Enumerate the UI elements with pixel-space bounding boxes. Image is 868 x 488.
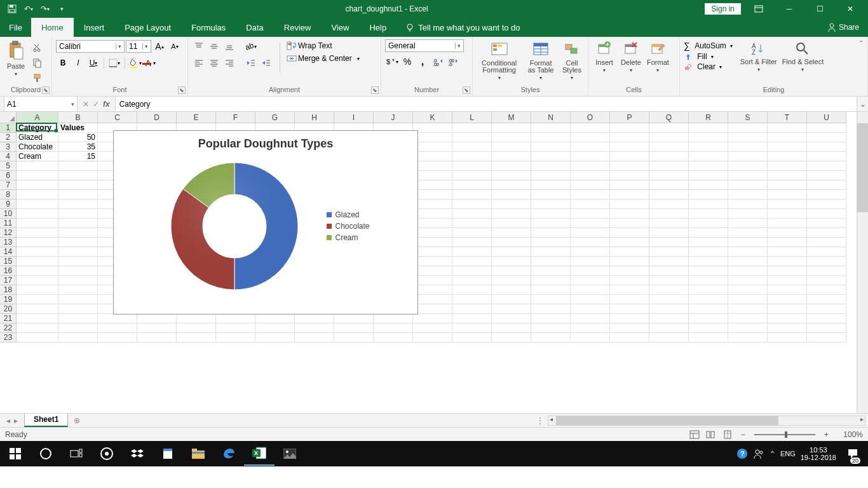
cell[interactable] xyxy=(492,228,531,238)
col-header[interactable]: L xyxy=(452,112,492,123)
cell[interactable] xyxy=(413,219,452,228)
cell[interactable] xyxy=(58,180,98,190)
cell[interactable] xyxy=(768,238,807,247)
cell[interactable] xyxy=(452,257,492,266)
cell[interactable] xyxy=(649,171,689,180)
app-file-explorer-icon[interactable] xyxy=(183,441,214,466)
cell[interactable] xyxy=(17,171,58,180)
cell[interactable] xyxy=(728,152,768,161)
cell[interactable] xyxy=(413,190,452,200)
cell[interactable] xyxy=(413,257,452,266)
cell[interactable] xyxy=(649,304,689,314)
cell[interactable] xyxy=(689,152,728,161)
cell[interactable] xyxy=(649,247,689,257)
fx-icon[interactable]: fx xyxy=(103,100,110,109)
cell[interactable] xyxy=(807,123,846,133)
cell-styles-button[interactable]: Cell Styles▾ xyxy=(560,39,584,82)
cell[interactable] xyxy=(728,323,768,333)
clear-button[interactable]: Clear▾ xyxy=(684,62,733,71)
decrease-decimal-icon[interactable]: .00.0 xyxy=(446,55,460,69)
cell[interactable] xyxy=(58,304,98,314)
cell[interactable] xyxy=(728,200,768,209)
cell[interactable] xyxy=(452,323,492,333)
cell[interactable] xyxy=(649,285,689,295)
cell[interactable] xyxy=(413,180,452,190)
row-header[interactable]: 5 xyxy=(0,161,17,171)
formula-input[interactable]: Category xyxy=(115,97,857,111)
cell[interactable] xyxy=(768,200,807,209)
cell[interactable] xyxy=(98,333,137,342)
align-bottom-icon[interactable] xyxy=(222,39,236,53)
cell[interactable] xyxy=(728,190,768,200)
cell[interactable] xyxy=(17,333,58,342)
cell[interactable] xyxy=(571,295,610,304)
underline-icon[interactable]: U▾ xyxy=(86,56,100,70)
zoom-out-icon[interactable]: − xyxy=(737,430,749,439)
cell[interactable] xyxy=(531,295,571,304)
row-header[interactable]: 6 xyxy=(0,171,17,180)
cell[interactable] xyxy=(649,133,689,142)
cell[interactable] xyxy=(610,276,649,285)
cell[interactable] xyxy=(649,323,689,333)
cell[interactable] xyxy=(610,247,649,257)
enter-formula-icon[interactable]: ✓ xyxy=(93,100,99,109)
app-notepad-icon[interactable] xyxy=(153,441,183,466)
cell[interactable] xyxy=(531,209,571,219)
language-indicator[interactable]: ENG xyxy=(780,450,796,458)
cell[interactable] xyxy=(610,333,649,342)
col-header[interactable]: U xyxy=(807,112,846,123)
find-select-button[interactable]: Find & Select▾ xyxy=(781,39,825,74)
cell[interactable] xyxy=(216,333,255,342)
cell[interactable] xyxy=(649,152,689,161)
cell[interactable] xyxy=(768,257,807,266)
cell[interactable] xyxy=(531,190,571,200)
col-header[interactable]: K xyxy=(413,112,452,123)
row-header[interactable]: 14 xyxy=(0,247,17,257)
cell[interactable] xyxy=(728,142,768,152)
col-header[interactable]: I xyxy=(334,112,374,123)
tab-view[interactable]: View xyxy=(321,18,359,37)
cell[interactable] xyxy=(807,314,846,323)
cell[interactable] xyxy=(571,333,610,342)
cell[interactable] xyxy=(728,295,768,304)
row-header[interactable]: 1 xyxy=(0,123,17,133)
cell[interactable] xyxy=(492,257,531,266)
cell[interactable] xyxy=(58,266,98,276)
cell[interactable] xyxy=(610,323,649,333)
tab-page-layout[interactable]: Page Layout xyxy=(114,18,181,37)
cell[interactable] xyxy=(413,152,452,161)
cell[interactable] xyxy=(768,190,807,200)
align-left-icon[interactable] xyxy=(192,56,206,70)
cell[interactable] xyxy=(492,152,531,161)
cell[interactable] xyxy=(17,276,58,285)
orientation-icon[interactable]: ab▾ xyxy=(244,39,258,53)
grow-font-icon[interactable]: A▴ xyxy=(153,39,166,53)
cell[interactable]: Category xyxy=(17,123,58,133)
cell[interactable] xyxy=(571,276,610,285)
cell[interactable] xyxy=(571,238,610,247)
row-header[interactable]: 9 xyxy=(0,200,17,209)
cell[interactable] xyxy=(452,228,492,238)
cell[interactable] xyxy=(492,219,531,228)
col-header[interactable]: F xyxy=(216,112,255,123)
cell[interactable] xyxy=(452,209,492,219)
cell[interactable] xyxy=(413,133,452,142)
merge-center-button[interactable]: Merge & Center ▾ xyxy=(287,53,360,64)
cell[interactable] xyxy=(807,257,846,266)
cell[interactable] xyxy=(610,142,649,152)
cell[interactable] xyxy=(531,133,571,142)
cell[interactable] xyxy=(531,276,571,285)
copy-icon[interactable] xyxy=(31,56,44,70)
cell[interactable] xyxy=(649,142,689,152)
cell[interactable] xyxy=(571,152,610,161)
cell[interactable] xyxy=(374,333,413,342)
col-header[interactable]: C xyxy=(98,112,137,123)
cell[interactable] xyxy=(492,285,531,295)
accounting-format-icon[interactable]: $▾ xyxy=(385,55,399,69)
cell[interactable] xyxy=(728,228,768,238)
cell[interactable] xyxy=(17,323,58,333)
cell[interactable] xyxy=(255,323,295,333)
cell[interactable] xyxy=(452,304,492,314)
tab-formulas[interactable]: Formulas xyxy=(181,18,236,37)
cell[interactable] xyxy=(17,238,58,247)
